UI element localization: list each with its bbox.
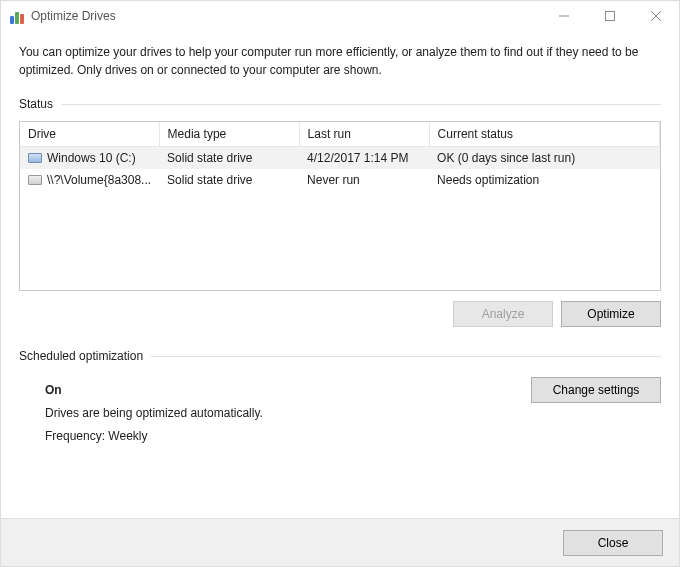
optimize-button[interactable]: Optimize	[561, 301, 661, 327]
cell-drive: Windows 10 (C:)	[47, 151, 136, 165]
col-current-status[interactable]: Current status	[429, 122, 659, 147]
close-window-button[interactable]	[633, 1, 679, 31]
schedule-frequency: Frequency: Weekly	[45, 425, 531, 448]
close-button[interactable]: Close	[563, 530, 663, 556]
schedule-state: On	[45, 379, 531, 402]
drives-table[interactable]: Drive Media type Last run Current status…	[19, 121, 661, 291]
table-row[interactable]: \\?\Volume{8a308... Solid state drive Ne…	[20, 169, 660, 191]
drive-ssd-icon	[28, 153, 42, 163]
bottom-bar: Close	[1, 518, 679, 566]
col-media-type[interactable]: Media type	[159, 122, 299, 147]
cell-status: OK (0 days since last run)	[429, 147, 659, 170]
status-label: Status	[19, 97, 53, 111]
optimize-drives-icon	[9, 8, 25, 24]
analyze-button[interactable]: Analyze	[453, 301, 553, 327]
description-text: You can optimize your drives to help you…	[19, 43, 661, 79]
window-title: Optimize Drives	[31, 9, 116, 23]
col-last-run[interactable]: Last run	[299, 122, 429, 147]
scheduled-label: Scheduled optimization	[19, 349, 143, 363]
scheduled-section-heading: Scheduled optimization	[19, 349, 661, 363]
status-section-heading: Status	[19, 97, 661, 111]
title-bar: Optimize Drives	[1, 1, 679, 31]
cell-status: Needs optimization	[429, 169, 659, 191]
table-header-row: Drive Media type Last run Current status	[20, 122, 660, 147]
table-row[interactable]: Windows 10 (C:) Solid state drive 4/12/2…	[20, 147, 660, 170]
drive-volume-icon	[28, 175, 42, 185]
cell-last-run: 4/12/2017 1:14 PM	[299, 147, 429, 170]
change-settings-button[interactable]: Change settings	[531, 377, 661, 403]
cell-media-type: Solid state drive	[159, 147, 299, 170]
minimize-button[interactable]	[541, 1, 587, 31]
cell-drive: \\?\Volume{8a308...	[47, 173, 151, 187]
cell-media-type: Solid state drive	[159, 169, 299, 191]
col-drive[interactable]: Drive	[20, 122, 159, 147]
cell-last-run: Never run	[299, 169, 429, 191]
maximize-button[interactable]	[587, 1, 633, 31]
svg-rect-1	[606, 12, 615, 21]
schedule-detail: Drives are being optimized automatically…	[45, 402, 531, 425]
